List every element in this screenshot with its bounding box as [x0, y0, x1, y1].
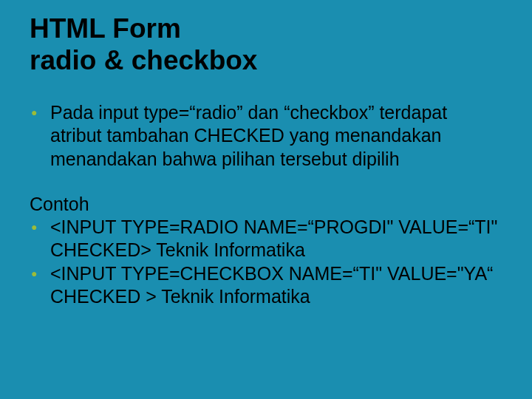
- paragraph-block: ● Pada input type=“radio” dan “checkbox”…: [30, 101, 502, 171]
- slide-title: HTML Form radio & checkbox: [30, 13, 502, 76]
- paragraph-text: Pada input type=“radio” dan “checkbox” t…: [50, 101, 502, 171]
- example-item-2: <INPUT TYPE=CHECKBOX NAME=“TI" VALUE="YA…: [50, 262, 502, 309]
- example-block: Contoh ● <INPUT TYPE=RADIO NAME=“PROGDI"…: [30, 193, 502, 308]
- title-line-2: radio & checkbox: [30, 45, 257, 75]
- bullet-icon: ●: [30, 216, 50, 238]
- example-item-1: <INPUT TYPE=RADIO NAME=“PROGDI" VALUE=“T…: [50, 216, 502, 262]
- bullet-icon: ●: [30, 262, 50, 284]
- contoh-label: Contoh: [30, 193, 89, 216]
- bullet-icon: ●: [30, 101, 50, 123]
- title-line-1: HTML Form: [30, 13, 181, 44]
